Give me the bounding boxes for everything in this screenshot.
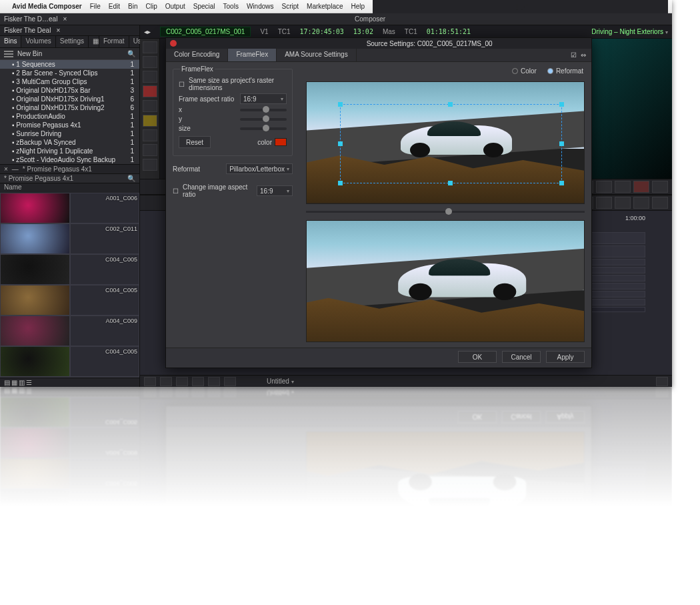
crop-handle[interactable] (559, 102, 564, 107)
enable-check[interactable]: ☑ (571, 51, 577, 59)
radio-color[interactable] (512, 68, 518, 74)
clip-segment[interactable]: C0 (268, 518, 279, 528)
project-close[interactable]: × (56, 27, 60, 34)
source-preview[interactable] (306, 81, 585, 204)
bin-row[interactable]: ▪ 1 Sequences1 (0, 60, 139, 69)
view-list-icon[interactable]: ▤ (4, 388, 10, 395)
view-list-icon[interactable]: ▤ (4, 379, 10, 386)
bin-row[interactable]: ▪ 2 Bar Scene - Synced Clips1 (0, 69, 139, 77)
sequence-title[interactable]: Driving – Night Exteriors (591, 28, 668, 35)
status-btn[interactable] (224, 388, 236, 398)
menu-edit[interactable]: Edit (109, 3, 120, 10)
status-btn[interactable] (208, 377, 220, 386)
ok-button[interactable]: OK (458, 351, 497, 363)
crop-handle[interactable] (448, 102, 453, 107)
tab-format[interactable]: Format (99, 36, 129, 47)
cancel-button[interactable]: Cancel (502, 351, 541, 363)
crop-handle[interactable] (338, 141, 343, 146)
clip-name-cell[interactable]: C004_C005 (70, 346, 140, 377)
clip-thumbnail[interactable] (0, 428, 70, 458)
tab-volumes[interactable]: Volumes (21, 36, 55, 47)
record-viewer[interactable] (592, 39, 672, 179)
clip-segment[interactable]: C010_C0 (241, 518, 267, 528)
tool-icon[interactable] (652, 565, 668, 577)
tool-btn[interactable] (143, 115, 157, 127)
tool-btn[interactable] (143, 100, 157, 112)
tool-btn[interactable] (143, 71, 157, 83)
status-btn[interactable] (144, 377, 156, 386)
clip-name-cell[interactable]: C004_C005 (70, 489, 140, 520)
tab-settings[interactable]: Settings (56, 36, 89, 47)
bin-row[interactable]: ▪ Promise Pegasus 4x11 (0, 121, 139, 129)
clip-name-cell[interactable]: C004_C005 (70, 458, 140, 489)
view-text-icon[interactable]: ☰ (26, 379, 32, 386)
clip-thumbnail[interactable] (0, 396, 70, 397)
compare-slider[interactable] (306, 558, 585, 566)
clip-name-cell[interactable]: C004_C005 (70, 285, 140, 316)
menu-help[interactable]: Help (351, 3, 365, 10)
clip-thumbnail[interactable] (0, 254, 70, 285)
view-frame-icon[interactable]: ▦ (11, 379, 17, 386)
menu-bin[interactable]: Bin (128, 3, 137, 10)
clip-name-cell[interactable]: C002_C011 (70, 223, 140, 254)
bin-row[interactable]: ▪ 3 MultiCam Group Clips1 (0, 77, 139, 86)
crop-handle[interactable] (559, 141, 564, 146)
clip-name-cell[interactable]: C002_C011 (70, 520, 140, 550)
lift-icon[interactable] (652, 581, 668, 587)
crop-handle[interactable] (559, 181, 564, 185)
output-preview[interactable] (306, 432, 585, 554)
status-btn[interactable] (176, 388, 188, 398)
bin-row[interactable]: ▪ Sunrise Driving1 (0, 129, 139, 138)
tab-bins[interactable]: Bins (0, 36, 21, 47)
close-icon[interactable] (170, 40, 177, 47)
clip-segment[interactable]: C01 (185, 518, 199, 528)
apply-button[interactable]: Apply (546, 411, 585, 423)
menu-file[interactable]: File (90, 3, 101, 10)
bin-row[interactable]: ▪ Original DNxHD175x Driving26 (0, 103, 139, 112)
bin-row[interactable]: ▪ zScott - VideoAudio Sync Backup1 (0, 155, 139, 164)
tool-btn[interactable] (143, 56, 157, 68)
compare-slider[interactable] (306, 208, 585, 216)
menu-output[interactable]: Output (165, 3, 185, 10)
audio-track[interactable] (167, 476, 645, 483)
timeline-name[interactable]: Untitled (267, 378, 294, 385)
clip-name-cell[interactable]: C004_C005 (70, 397, 140, 428)
checkbox[interactable]: ☐ (173, 187, 179, 195)
checkbox[interactable]: ☐ (179, 81, 185, 88)
tool-icon[interactable] (633, 197, 649, 209)
crop-handle[interactable] (338, 181, 343, 185)
clip-thumbnail[interactable] (0, 397, 70, 428)
menu-script[interactable]: Script (281, 3, 299, 10)
open-bin-tab[interactable]: * Promise Pegasus 4x1 (4, 175, 73, 182)
tab-frameflex[interactable]: FrameFlex (228, 49, 277, 61)
audio-track[interactable] (167, 492, 645, 499)
project-tab[interactable]: Fisker The D…eal (4, 15, 57, 23)
view-text-icon[interactable]: ☰ (26, 388, 32, 395)
audio-track[interactable] (167, 500, 645, 507)
ok-button[interactable]: OK (458, 411, 497, 423)
timeline-name[interactable]: Untitled (267, 389, 294, 396)
view-script-icon[interactable]: ▥ (19, 379, 25, 386)
tool-btn[interactable] (143, 159, 157, 171)
bin-row[interactable]: ▪ zBackup VA Synced1 (0, 138, 139, 147)
clip-segment[interactable]: C010_C (199, 518, 223, 528)
clip-prev-icon[interactable]: ◂▸ (144, 28, 151, 35)
checkbox[interactable]: ☐ (173, 580, 179, 587)
video-track[interactable]: C010C01C010_CC010C010_C0C0 (167, 516, 645, 528)
clip-thumbnail[interactable] (0, 346, 70, 377)
status-btn[interactable] (208, 388, 220, 398)
crop-handle[interactable] (448, 181, 453, 185)
overwrite-icon[interactable] (633, 581, 649, 587)
status-btn[interactable] (176, 377, 188, 386)
bin-row[interactable]: ▪ Original DNxHD175x Driving16 (0, 95, 139, 103)
record-btn[interactable] (143, 85, 157, 97)
reformat-select[interactable]: Pillarbox/Letterbox (226, 163, 293, 174)
clip-name-cell[interactable]: A001_C006 (70, 550, 140, 581)
cancel-button[interactable]: Cancel (502, 411, 541, 423)
view-frame-icon[interactable]: ▦ (11, 388, 17, 395)
tool-icon[interactable] (652, 197, 668, 209)
project-tab-close[interactable]: × (63, 15, 67, 23)
clip-thumbnail[interactable] (0, 550, 70, 581)
menu-marketplace[interactable]: Marketplace (307, 3, 343, 10)
tool-icon[interactable] (633, 565, 649, 577)
